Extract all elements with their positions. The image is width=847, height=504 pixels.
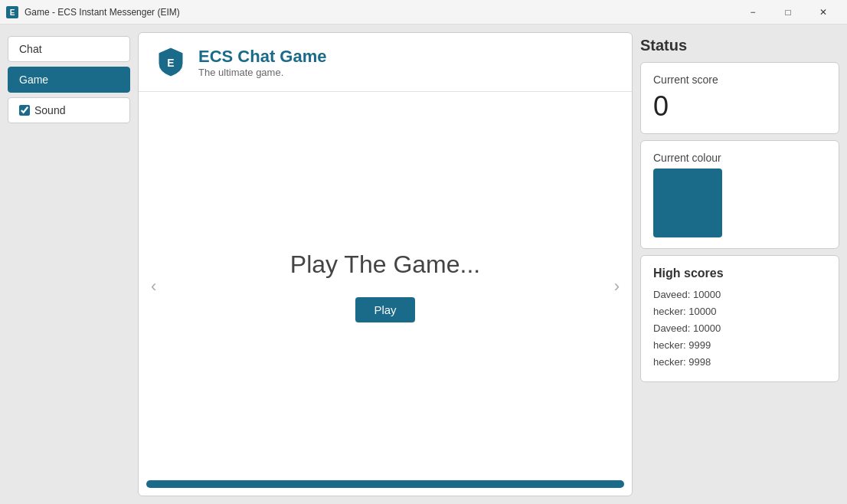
game-header: E ECS Chat Game The ultimate game. — [139, 33, 632, 92]
game-panel: E ECS Chat Game The ultimate game. ‹ Pla… — [138, 32, 633, 496]
maximize-button[interactable]: □ — [770, 0, 806, 25]
minimize-button[interactable]: − — [735, 0, 770, 25]
titlebar: E Game - ECS Instant Messenger (EIM) − □… — [0, 0, 847, 25]
sidebar-item-game[interactable]: Game — [8, 67, 130, 93]
high-score-entry: Daveed: 10000 — [653, 286, 826, 303]
status-header: Status — [640, 32, 839, 62]
colour-card: Current colour — [640, 140, 839, 249]
colour-box — [653, 169, 722, 237]
high-scores-title: High scores — [653, 267, 826, 280]
high-score-entry: hecker: 10000 — [653, 303, 826, 320]
sound-checkbox[interactable] — [19, 105, 30, 116]
nav-right-button[interactable]: › — [608, 270, 626, 303]
sidebar-item-sound[interactable]: Sound — [8, 97, 130, 123]
status-panel: Status Current score 0 Current colour Hi… — [640, 32, 839, 496]
game-subtitle: The ultimate game. — [198, 67, 327, 78]
high-score-entry: hecker: 9999 — [653, 337, 826, 354]
chat-label: Chat — [19, 43, 42, 55]
svg-text:E: E — [10, 8, 15, 17]
ecs-logo: E — [154, 45, 188, 79]
app-icon: E — [6, 6, 18, 18]
progress-bar-container — [139, 480, 632, 496]
score-value: 0 — [653, 90, 826, 123]
colour-label: Current colour — [653, 152, 826, 164]
sidebar-item-chat[interactable]: Chat — [8, 36, 130, 62]
progress-bar — [146, 480, 624, 488]
high-score-entry: hecker: 9998 — [653, 354, 826, 371]
sidebar: Chat Game Sound — [8, 32, 130, 496]
score-label: Current score — [653, 74, 826, 86]
close-button[interactable]: ✕ — [806, 0, 841, 25]
game-title-block: ECS Chat Game The ultimate game. — [198, 47, 327, 78]
game-body: ‹ Play The Game... Play › — [139, 92, 632, 480]
score-card: Current score 0 — [640, 62, 839, 134]
nav-left-button[interactable]: ‹ — [145, 270, 162, 303]
window-title: Game - ECS Instant Messenger (EIM) — [25, 7, 735, 18]
high-scores-list: Daveed: 10000hecker: 10000Daveed: 10000h… — [653, 286, 826, 371]
svg-text:E: E — [167, 57, 174, 69]
sound-label: Sound — [34, 104, 65, 116]
game-title: ECS Chat Game — [198, 47, 327, 67]
play-text: Play The Game... — [290, 250, 480, 279]
app-body: Chat Game Sound E ECS Chat Game — [0, 25, 847, 504]
high-scores-card: High scores Daveed: 10000hecker: 10000Da… — [640, 255, 839, 382]
main-content: E ECS Chat Game The ultimate game. ‹ Pla… — [138, 32, 633, 496]
play-button[interactable]: Play — [355, 297, 414, 322]
window-controls: − □ ✕ — [735, 0, 841, 25]
game-label: Game — [19, 74, 48, 86]
high-score-entry: Daveed: 10000 — [653, 320, 826, 337]
